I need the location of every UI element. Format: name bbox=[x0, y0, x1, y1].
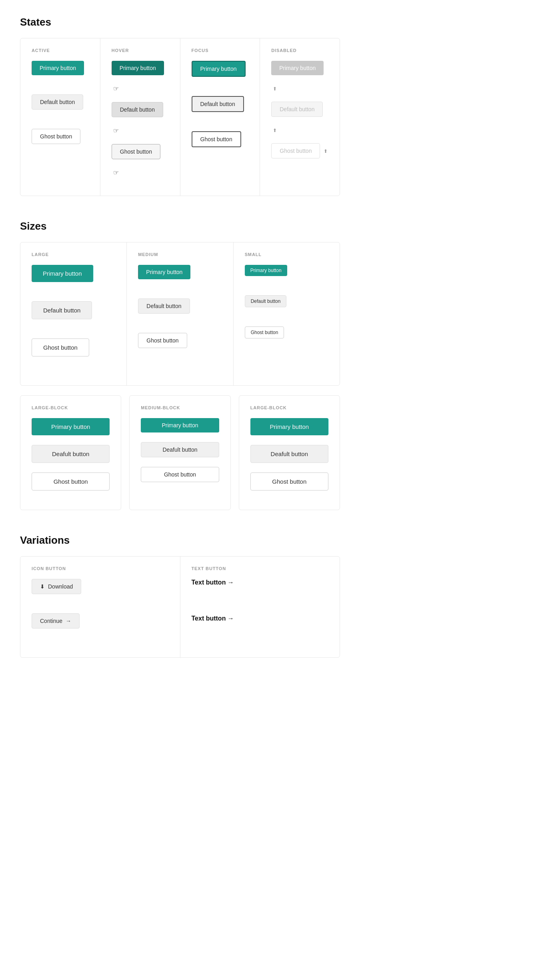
size-small-col: SMALL Primary button Default button Ghos… bbox=[234, 242, 340, 385]
medium-default-wrapper: Default button bbox=[138, 298, 222, 323]
large-ghost-wrapper: Ghost button bbox=[32, 338, 115, 366]
text-button-col: TEXT BUTTON Text button → Text button → bbox=[180, 557, 340, 657]
text-button-wrapper-1: Text button → bbox=[192, 579, 329, 596]
disabled-cursor-default: ⬆ bbox=[273, 128, 277, 133]
text-button-2[interactable]: Text button → bbox=[192, 615, 234, 622]
block-medium-default-button[interactable]: Deafult button bbox=[141, 442, 219, 457]
hover-primary-wrapper: Primary button ☞ bbox=[112, 61, 169, 92]
block-large-ghost-button-2[interactable]: Ghost button bbox=[250, 472, 328, 491]
block-large-default-wrapper-1: Deafult button bbox=[32, 445, 110, 463]
block-medium-ghost-button[interactable]: Ghost button bbox=[141, 467, 219, 482]
block-large-primary-wrapper-1: Primary button bbox=[32, 418, 110, 435]
states-title: States bbox=[20, 16, 340, 28]
active-primary-wrapper: Primary button bbox=[32, 61, 89, 85]
disabled-default-wrapper: Default button ⬆ bbox=[271, 102, 328, 134]
size-large-col: LARGE Primary button Default button Ghos… bbox=[20, 242, 127, 385]
medium-ghost-button[interactable]: Ghost button bbox=[138, 333, 187, 348]
cursor-icon-default: ☞ bbox=[113, 127, 119, 134]
block-large-label-1: LARGE-BLOCK bbox=[32, 405, 110, 410]
cursor-icon-primary: ☞ bbox=[113, 85, 119, 92]
large-label: LARGE bbox=[32, 252, 115, 257]
disabled-label: DISABLED bbox=[271, 48, 328, 53]
large-primary-button[interactable]: Primary button bbox=[32, 265, 93, 282]
block-large-primary-button-1[interactable]: Primary button bbox=[32, 418, 110, 435]
block-large-primary-button-2[interactable]: Primary button bbox=[250, 418, 328, 435]
focus-label: FOCUS bbox=[192, 48, 249, 53]
states-card-row: ACTIVE Primary button Default button Gho… bbox=[20, 38, 340, 196]
large-default-wrapper: Default button bbox=[32, 301, 115, 329]
small-primary-wrapper: Primary button bbox=[245, 265, 328, 286]
block-medium-label: MEDIUM-BLOCK bbox=[141, 405, 219, 410]
active-default-wrapper: Default button bbox=[32, 94, 89, 119]
medium-default-button[interactable]: Default button bbox=[138, 298, 190, 314]
sizes-section: Sizes LARGE Primary button Default butto… bbox=[20, 220, 340, 510]
disabled-cursor-primary: ⬆ bbox=[273, 86, 277, 92]
block-medium-default-wrapper: Deafult button bbox=[141, 442, 219, 457]
state-focus-col: FOCUS Primary button Default button Ghos… bbox=[180, 38, 260, 196]
focus-ghost-wrapper: Ghost button bbox=[192, 131, 249, 157]
hover-ghost-wrapper: Ghost button ☞ bbox=[112, 144, 169, 176]
sizes-inline-card-row: LARGE Primary button Default button Ghos… bbox=[20, 242, 340, 386]
icon-button-col: ICON BUTTON ⬇ Download Continue → bbox=[20, 557, 180, 657]
block-large-col-2: LARGE-BLOCK Primary button Deafult butto… bbox=[239, 395, 340, 510]
medium-primary-wrapper: Primary button bbox=[138, 265, 222, 289]
medium-label: MEDIUM bbox=[138, 252, 222, 257]
small-default-wrapper: Default button bbox=[245, 295, 328, 317]
continue-button-label: Continue bbox=[40, 618, 62, 624]
disabled-primary-wrapper: Primary button ⬆ bbox=[271, 61, 328, 92]
hover-primary-button[interactable]: Primary button bbox=[112, 61, 164, 75]
text-button-label: TEXT BUTTON bbox=[192, 566, 329, 571]
large-ghost-button[interactable]: Ghost button bbox=[32, 338, 89, 356]
icon-download-wrapper: ⬇ Download bbox=[32, 579, 169, 604]
download-icon: ⬇ bbox=[40, 583, 45, 590]
sizes-title: Sizes bbox=[20, 220, 340, 232]
focus-default-button[interactable]: Default button bbox=[192, 96, 244, 112]
disabled-primary-button: Primary button bbox=[271, 61, 324, 75]
block-large-label-2: LARGE-BLOCK bbox=[250, 405, 328, 410]
active-primary-button[interactable]: Primary button bbox=[32, 61, 84, 75]
state-active-col: ACTIVE Primary button Default button Gho… bbox=[20, 38, 100, 196]
disabled-default-button: Default button bbox=[271, 102, 323, 117]
icon-continue-button[interactable]: Continue → bbox=[32, 613, 80, 629]
icon-download-button[interactable]: ⬇ Download bbox=[32, 579, 81, 594]
disabled-cursor-ghost: ⬆ bbox=[324, 148, 328, 154]
small-default-button[interactable]: Default button bbox=[245, 295, 287, 307]
small-primary-button[interactable]: Primary button bbox=[245, 265, 287, 276]
block-large-primary-wrapper-2: Primary button bbox=[250, 418, 328, 435]
small-ghost-wrapper: Ghost button bbox=[245, 326, 328, 348]
state-disabled-col: DISABLED Primary button ⬆ Default button… bbox=[260, 38, 340, 196]
active-ghost-button[interactable]: Ghost button bbox=[32, 129, 80, 144]
medium-primary-button[interactable]: Primary button bbox=[138, 265, 190, 279]
large-default-button[interactable]: Default button bbox=[32, 301, 92, 319]
block-large-ghost-button-1[interactable]: Ghost button bbox=[32, 472, 110, 491]
state-hover-col: HOVER Primary button ☞ Default button ☞ … bbox=[100, 38, 180, 196]
variations-section: Variations ICON BUTTON ⬇ Download Contin… bbox=[20, 534, 340, 658]
variations-title: Variations bbox=[20, 534, 340, 547]
active-label: ACTIVE bbox=[32, 48, 89, 53]
medium-ghost-wrapper: Ghost button bbox=[138, 333, 222, 358]
block-medium-ghost-wrapper: Ghost button bbox=[141, 467, 219, 482]
disabled-ghost-button: Ghost button bbox=[271, 143, 320, 158]
hover-default-button[interactable]: Default button bbox=[112, 102, 163, 117]
block-large-default-button-1[interactable]: Deafult button bbox=[32, 445, 110, 463]
hover-ghost-button[interactable]: Ghost button bbox=[112, 144, 160, 159]
focus-primary-wrapper: Primary button bbox=[192, 61, 249, 86]
download-button-label: Download bbox=[48, 583, 73, 590]
block-large-default-button-2[interactable]: Deafult button bbox=[250, 445, 328, 463]
text-button-wrapper-2: Text button → bbox=[192, 615, 329, 632]
active-default-button[interactable]: Default button bbox=[32, 94, 83, 110]
block-medium-primary-button[interactable]: Primary button bbox=[141, 418, 219, 432]
small-ghost-button[interactable]: Ghost button bbox=[245, 326, 284, 338]
variations-card-row: ICON BUTTON ⬇ Download Continue → TEXT B… bbox=[20, 556, 340, 658]
focus-ghost-button[interactable]: Ghost button bbox=[192, 131, 241, 147]
icon-continue-wrapper: Continue → bbox=[32, 613, 169, 638]
sizes-block-card-row: LARGE-BLOCK Primary button Deafult butto… bbox=[20, 395, 340, 510]
focus-primary-button[interactable]: Primary button bbox=[192, 61, 246, 77]
block-medium-primary-wrapper: Primary button bbox=[141, 418, 219, 432]
disabled-ghost-wrapper: Ghost button ⬆ bbox=[271, 143, 328, 168]
block-medium-col: MEDIUM-BLOCK Primary button Deafult butt… bbox=[129, 395, 230, 510]
text-button-1[interactable]: Text button → bbox=[192, 579, 234, 586]
block-large-col-1: LARGE-BLOCK Primary button Deafult butto… bbox=[20, 395, 121, 510]
active-ghost-wrapper: Ghost button bbox=[32, 129, 89, 154]
focus-default-wrapper: Default button bbox=[192, 96, 249, 122]
